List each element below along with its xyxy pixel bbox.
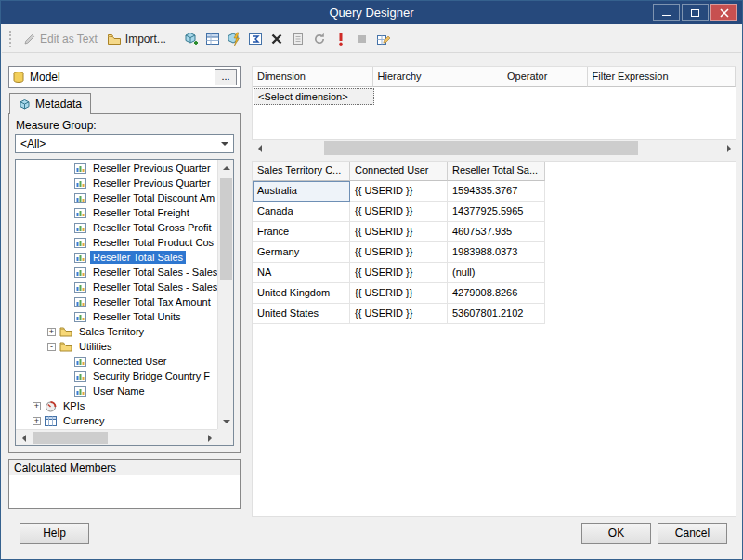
results-column-header[interactable]: Reseller Total Sa... (448, 162, 545, 181)
tree-item-label: Utilities (76, 340, 114, 353)
tree-item[interactable]: Reseller Total Sales (16, 250, 217, 265)
scroll-left-icon[interactable] (252, 140, 267, 156)
close-button[interactable] (710, 4, 737, 21)
tree-item-label: Reseller Total Sales - Sales (90, 280, 217, 293)
tree-item[interactable]: +Currency (16, 413, 217, 428)
tree-item[interactable]: Reseller Total Gross Profit (16, 220, 217, 235)
tree-item[interactable]: Connected User (16, 354, 217, 369)
show-empty-cells-button[interactable] (202, 29, 224, 49)
results-cell[interactable]: (null) (448, 263, 545, 283)
tree-item[interactable]: User Name (16, 384, 217, 398)
tree-item[interactable]: Reseller Total Tax Amount (16, 294, 217, 309)
tree-hscroll-thumb[interactable] (33, 432, 108, 444)
tree-vertical-scrollbar[interactable] (217, 160, 233, 429)
tree-item[interactable]: +KPIs (16, 398, 217, 413)
results-cell[interactable]: Australia (253, 181, 350, 202)
maximize-button[interactable] (682, 4, 709, 21)
tree-item[interactable]: Security Bridge Country F (16, 369, 217, 384)
results-column-header[interactable]: Sales Territory C... (253, 162, 350, 181)
prepare-query-button[interactable] (309, 29, 331, 49)
tree-item[interactable]: Reseller Total Discount Am (16, 190, 217, 205)
scroll-up-icon[interactable] (218, 160, 234, 176)
scroll-left-icon[interactable] (16, 430, 32, 446)
tree-vscroll-thumb[interactable] (220, 178, 232, 280)
tree-item[interactable]: Reseller Total Sales - Sales (16, 265, 217, 280)
collapse-icon[interactable]: - (47, 343, 56, 351)
query-parameters-icon (291, 32, 306, 46)
help-button[interactable]: Help (20, 523, 89, 544)
filter-horizontal-scrollbar[interactable] (252, 140, 736, 156)
results-cell[interactable]: NA (253, 263, 350, 283)
auto-execute-button[interactable] (224, 29, 245, 49)
scroll-down-icon[interactable] (218, 413, 234, 429)
measure-group-combo[interactable]: <All> (15, 134, 234, 153)
tree-item[interactable]: Reseller Previous Quarter (16, 176, 217, 190)
cancel-query-button[interactable] (352, 29, 373, 49)
minimize-button[interactable] (653, 4, 680, 21)
results-cell[interactable]: {{ USERID }} (350, 222, 448, 242)
filter-column-header[interactable]: Hierarchy (373, 67, 502, 87)
auto-execute-icon (227, 32, 241, 46)
tab-metadata[interactable]: Metadata (9, 93, 91, 114)
import-button[interactable]: Import... (102, 29, 171, 48)
expand-icon[interactable]: + (47, 328, 56, 336)
results-cell[interactable]: United Kingdom (253, 283, 350, 304)
results-cell[interactable]: France (253, 222, 350, 242)
scrollbar-corner (217, 429, 233, 445)
results-cell[interactable]: {{ USERID }} (350, 202, 448, 222)
tree-item[interactable]: Reseller Total Freight (16, 205, 217, 220)
filter-hscroll-thumb[interactable] (324, 141, 638, 155)
query-parameters-button[interactable] (288, 29, 309, 49)
results-cell[interactable]: Canada (253, 202, 350, 222)
results-cell[interactable]: 4279008.8266 (448, 283, 545, 304)
tree-item[interactable]: Reseller Total Product Cos (16, 235, 217, 250)
tree-item[interactable]: +Sales Territory (16, 324, 217, 339)
tree-item[interactable]: -Utilities (16, 339, 217, 354)
model-browse-button[interactable]: ... (215, 69, 237, 85)
combo-dropdown-icon[interactable] (216, 135, 233, 152)
import-icon (107, 32, 122, 46)
titlebar[interactable]: Query Designer (1, 1, 742, 24)
expander-spacer (62, 209, 71, 217)
results-cell[interactable]: 53607801.2102 (448, 304, 545, 324)
show-aggregations-icon (248, 32, 263, 46)
tree-horizontal-scrollbar[interactable] (16, 429, 217, 445)
results-cell[interactable]: 4607537.935 (448, 222, 545, 242)
select-dimension-cell[interactable]: <Select dimension> (254, 88, 374, 105)
tree-item[interactable]: Reseller Total Sales - Sales (16, 280, 217, 294)
results-column-header[interactable]: Connected User (350, 162, 448, 181)
results-cell[interactable]: 1594335.3767 (448, 181, 545, 202)
ok-button[interactable]: OK (581, 523, 651, 544)
run-query-button[interactable] (331, 29, 352, 49)
measure-icon (74, 163, 86, 175)
cancel-button[interactable]: Cancel (658, 523, 727, 544)
filter-column-header[interactable]: Dimension (253, 67, 373, 87)
expand-icon[interactable]: + (33, 417, 41, 425)
model-selector[interactable]: Model ... (8, 66, 241, 88)
results-cell[interactable]: 1983988.0373 (448, 242, 545, 263)
calculated-members-list[interactable] (8, 475, 241, 509)
results-cell[interactable]: 14377925.5965 (448, 202, 545, 222)
tree-item-label: Reseller Previous Quarter (90, 162, 214, 175)
results-cell[interactable]: {{ USERID }} (350, 283, 448, 304)
results-cell[interactable]: {{ USERID }} (350, 242, 448, 263)
show-aggregations-button[interactable] (245, 29, 267, 49)
expand-icon[interactable]: + (33, 402, 41, 410)
results-cell[interactable]: {{ USERID }} (350, 263, 448, 283)
delete-button[interactable] (267, 29, 288, 49)
measure-icon (74, 311, 86, 323)
filter-column-header[interactable]: Filter Expression (588, 67, 736, 87)
tree-item[interactable]: Reseller Previous Quarter (16, 161, 217, 176)
design-mode-button[interactable] (373, 29, 395, 49)
results-cell[interactable]: {{ USERID }} (350, 304, 448, 324)
tree-item-label: Reseller Total Discount Am (90, 191, 217, 204)
results-cell[interactable]: United States (253, 304, 350, 324)
tree-item[interactable]: Reseller Total Units (16, 309, 217, 324)
results-cell[interactable]: Germany (253, 242, 350, 263)
edit-as-text-button[interactable]: Edit as Text (18, 29, 102, 48)
filter-column-header[interactable]: Operator (502, 67, 588, 87)
results-cell[interactable]: {{ USERID }} (350, 181, 448, 202)
scroll-right-icon[interactable] (721, 140, 736, 156)
add-calculated-member-button[interactable] (181, 29, 202, 49)
scroll-right-icon[interactable] (202, 430, 217, 446)
